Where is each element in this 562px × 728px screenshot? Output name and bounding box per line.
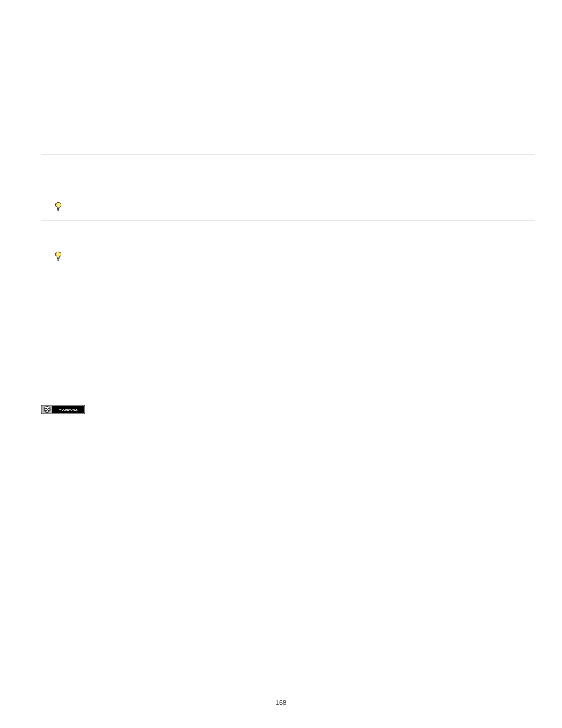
- cc-right-label: BY-NC-SA: [59, 408, 78, 412]
- paragraph-placeholder: [41, 280, 535, 339]
- svg-rect-1: [57, 209, 59, 210]
- text-block: [41, 68, 535, 154]
- svg-rect-3: [57, 258, 60, 259]
- content-column: [41, 0, 535, 350]
- document-page: CC BY-NC-SA 168: [0, 0, 562, 728]
- text-block: [41, 155, 535, 193]
- svg-rect-2: [57, 210, 59, 211]
- divider: [41, 350, 535, 350]
- text-block: [41, 269, 535, 350]
- lightbulb-icon: [54, 202, 62, 212]
- paragraph-placeholder: [41, 228, 535, 241]
- tip-callout: [41, 193, 535, 220]
- lightbulb-icon: [54, 251, 62, 262]
- tip-callout: [41, 248, 535, 269]
- top-margin-spacer: [41, 0, 535, 68]
- svg-rect-4: [57, 259, 59, 259]
- page-number: 168: [0, 699, 562, 706]
- text-block: [41, 221, 535, 248]
- paragraph-placeholder: [41, 79, 535, 144]
- svg-rect-5: [57, 260, 59, 261]
- cc-left-label: CC: [44, 407, 50, 411]
- cc-license-badge[interactable]: CC BY-NC-SA: [41, 405, 85, 414]
- svg-rect-0: [57, 209, 60, 209]
- paragraph-placeholder: [41, 166, 535, 182]
